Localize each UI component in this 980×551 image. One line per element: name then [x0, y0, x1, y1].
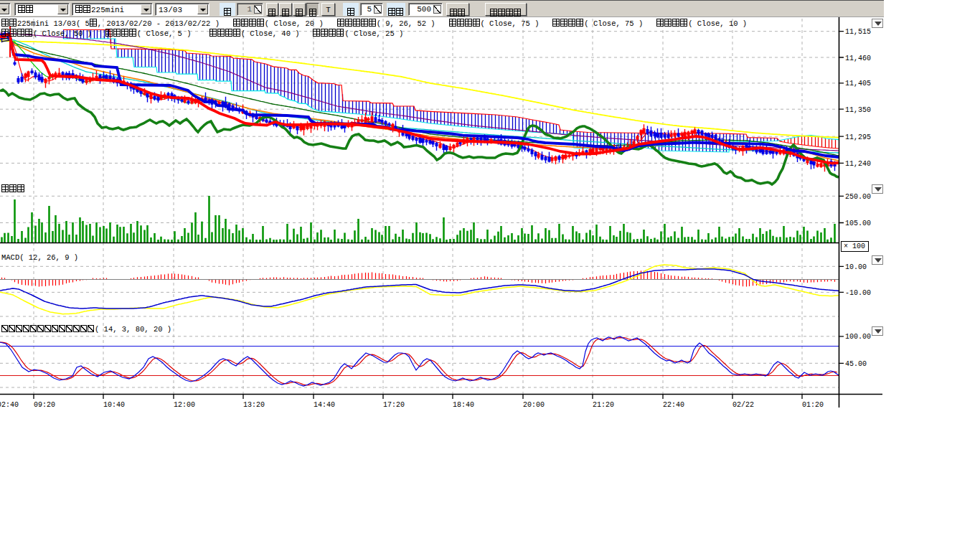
svg-text:250.00: 250.00 — [845, 193, 871, 201]
svg-text:11,240: 11,240 — [845, 160, 871, 168]
svg-text:13:20: 13:20 — [243, 401, 265, 409]
svg-text:12:00: 12:00 — [174, 401, 195, 409]
svg-text:17:20: 17:20 — [383, 401, 405, 409]
svg-text:01:20: 01:20 — [802, 401, 824, 409]
svg-text:100.00: 100.00 — [845, 333, 871, 341]
svg-text:11,295: 11,295 — [845, 133, 871, 141]
svg-text:10.00: 10.00 — [845, 263, 867, 271]
svg-text:-10.00: -10.00 — [845, 289, 871, 297]
svg-text:11,405: 11,405 — [845, 80, 871, 88]
svg-text:14:40: 14:40 — [314, 401, 335, 409]
svg-text:11,460: 11,460 — [845, 55, 871, 62]
svg-text:02/22: 02/22 — [732, 401, 754, 409]
svg-text:21:20: 21:20 — [593, 401, 614, 409]
svg-text:45.00: 45.00 — [845, 360, 867, 368]
svg-text:22:40: 22:40 — [663, 401, 684, 409]
svg-text:20:00: 20:00 — [523, 401, 545, 409]
svg-text:18:40: 18:40 — [453, 401, 474, 409]
svg-text:105.00: 105.00 — [845, 220, 871, 227]
svg-text:02:40: 02:40 — [0, 401, 19, 409]
svg-text:10:40: 10:40 — [103, 401, 125, 409]
svg-text:11,350: 11,350 — [845, 106, 871, 114]
svg-text:09:20: 09:20 — [34, 401, 55, 409]
svg-text:11,515: 11,515 — [845, 28, 871, 36]
